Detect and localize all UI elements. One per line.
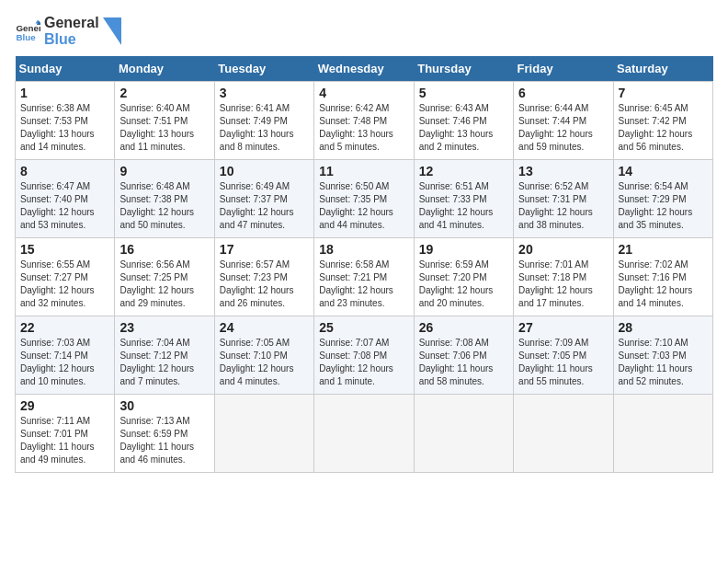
weekday-header-monday: Monday [115, 56, 214, 82]
calendar-day-cell [613, 395, 712, 473]
calendar-day-cell: 9 Sunrise: 6:48 AMSunset: 7:38 PMDayligh… [115, 160, 214, 238]
weekday-header-row: SundayMondayTuesdayWednesdayThursdayFrid… [16, 56, 713, 82]
calendar-body: 1 Sunrise: 6:38 AMSunset: 7:53 PMDayligh… [16, 82, 713, 473]
day-info: Sunrise: 7:02 AMSunset: 7:16 PMDaylight:… [619, 259, 693, 308]
svg-text:Blue: Blue [16, 31, 36, 41]
day-info: Sunrise: 7:13 AMSunset: 6:59 PMDaylight:… [119, 416, 194, 465]
calendar-day-cell: 11 Sunrise: 6:50 AMSunset: 7:35 PMDaylig… [314, 160, 414, 238]
day-info: Sunrise: 6:45 AMSunset: 7:42 PMDaylight:… [619, 103, 693, 152]
calendar-day-cell: 6 Sunrise: 6:44 AMSunset: 7:44 PMDayligh… [514, 82, 613, 160]
calendar-day-cell [214, 395, 313, 473]
day-number: 17 [220, 242, 309, 257]
day-number: 9 [119, 164, 209, 178]
day-number: 6 [518, 86, 608, 100]
day-number: 1 [20, 86, 109, 100]
calendar-day-cell: 17 Sunrise: 6:57 AMSunset: 7:23 PMDaylig… [214, 238, 313, 316]
page-header: General Blue General Blue [15, 15, 713, 47]
calendar-day-cell: 24 Sunrise: 7:05 AMSunset: 7:10 PMDaylig… [214, 316, 313, 395]
day-info: Sunrise: 6:55 AMSunset: 7:27 PMDaylight:… [20, 259, 95, 308]
day-number: 7 [619, 86, 708, 100]
logo-icon: General Blue [15, 18, 40, 44]
logo-general: General [44, 15, 99, 31]
calendar-day-cell: 21 Sunrise: 7:02 AMSunset: 7:16 PMDaylig… [613, 238, 712, 316]
calendar-day-cell: 25 Sunrise: 7:07 AMSunset: 7:08 PMDaylig… [314, 316, 414, 395]
logo-blue: Blue [44, 31, 99, 48]
logo-arrow-icon [103, 17, 121, 45]
day-number: 14 [619, 164, 708, 178]
logo: General Blue General Blue [15, 15, 121, 47]
day-number: 26 [419, 320, 508, 335]
day-info: Sunrise: 6:43 AMSunset: 7:46 PMDaylight:… [419, 103, 494, 152]
calendar-day-cell: 27 Sunrise: 7:09 AMSunset: 7:05 PMDaylig… [514, 316, 613, 395]
calendar-day-cell [514, 395, 613, 473]
day-info: Sunrise: 7:04 AMSunset: 7:12 PMDaylight:… [119, 338, 194, 386]
day-info: Sunrise: 6:48 AMSunset: 7:38 PMDaylight:… [119, 181, 194, 230]
day-info: Sunrise: 6:59 AMSunset: 7:20 PMDaylight:… [419, 259, 494, 308]
calendar-week-row: 15 Sunrise: 6:55 AMSunset: 7:27 PMDaylig… [16, 238, 713, 316]
day-info: Sunrise: 6:42 AMSunset: 7:48 PMDaylight:… [319, 103, 393, 152]
day-number: 25 [319, 320, 408, 335]
calendar-day-cell: 15 Sunrise: 6:55 AMSunset: 7:27 PMDaylig… [16, 238, 115, 316]
day-info: Sunrise: 6:49 AMSunset: 7:37 PMDaylight:… [220, 181, 294, 230]
day-info: Sunrise: 7:01 AMSunset: 7:18 PMDaylight:… [518, 259, 593, 308]
day-info: Sunrise: 7:08 AMSunset: 7:06 PMDaylight:… [419, 338, 494, 386]
calendar-day-cell: 2 Sunrise: 6:40 AMSunset: 7:51 PMDayligh… [115, 82, 214, 160]
day-number: 10 [220, 164, 309, 178]
day-number: 23 [119, 320, 209, 335]
calendar-day-cell: 29 Sunrise: 7:11 AMSunset: 7:01 PMDaylig… [16, 395, 115, 473]
day-info: Sunrise: 7:05 AMSunset: 7:10 PMDaylight:… [220, 338, 294, 386]
day-number: 16 [119, 242, 209, 257]
day-number: 12 [419, 164, 508, 178]
day-number: 28 [619, 320, 708, 335]
day-number: 19 [419, 242, 508, 257]
calendar-day-cell: 4 Sunrise: 6:42 AMSunset: 7:48 PMDayligh… [314, 82, 414, 160]
day-info: Sunrise: 6:50 AMSunset: 7:35 PMDaylight:… [319, 181, 393, 230]
calendar-day-cell: 28 Sunrise: 7:10 AMSunset: 7:03 PMDaylig… [613, 316, 712, 395]
day-info: Sunrise: 6:56 AMSunset: 7:25 PMDaylight:… [119, 259, 194, 308]
day-info: Sunrise: 6:58 AMSunset: 7:21 PMDaylight:… [319, 259, 393, 308]
calendar-day-cell: 16 Sunrise: 6:56 AMSunset: 7:25 PMDaylig… [115, 238, 214, 316]
day-number: 8 [20, 164, 109, 178]
calendar-day-cell: 22 Sunrise: 7:03 AMSunset: 7:14 PMDaylig… [16, 316, 115, 395]
calendar-day-cell: 30 Sunrise: 7:13 AMSunset: 6:59 PMDaylig… [115, 395, 214, 473]
day-info: Sunrise: 7:09 AMSunset: 7:05 PMDaylight:… [518, 338, 593, 386]
day-info: Sunrise: 7:10 AMSunset: 7:03 PMDaylight:… [619, 338, 693, 386]
svg-marker-4 [103, 17, 121, 45]
day-number: 27 [518, 320, 608, 335]
calendar-day-cell: 14 Sunrise: 6:54 AMSunset: 7:29 PMDaylig… [613, 160, 712, 238]
day-number: 5 [419, 86, 508, 100]
day-number: 3 [220, 86, 309, 100]
day-number: 21 [619, 242, 708, 257]
day-info: Sunrise: 6:54 AMSunset: 7:29 PMDaylight:… [619, 181, 693, 230]
calendar-day-cell: 26 Sunrise: 7:08 AMSunset: 7:06 PMDaylig… [414, 316, 513, 395]
calendar-day-cell [314, 395, 414, 473]
day-info: Sunrise: 6:40 AMSunset: 7:51 PMDaylight:… [119, 103, 194, 152]
weekday-header-wednesday: Wednesday [314, 56, 414, 82]
day-info: Sunrise: 6:57 AMSunset: 7:23 PMDaylight:… [220, 259, 294, 308]
calendar-day-cell: 3 Sunrise: 6:41 AMSunset: 7:49 PMDayligh… [214, 82, 313, 160]
weekday-header-friday: Friday [514, 56, 613, 82]
day-number: 22 [20, 320, 109, 335]
calendar-day-cell [414, 395, 513, 473]
day-number: 15 [20, 242, 109, 257]
weekday-header-tuesday: Tuesday [214, 56, 313, 82]
day-number: 2 [119, 86, 209, 100]
calendar-day-cell: 5 Sunrise: 6:43 AMSunset: 7:46 PMDayligh… [414, 82, 513, 160]
day-info: Sunrise: 7:11 AMSunset: 7:01 PMDaylight:… [20, 416, 95, 465]
calendar-day-cell: 23 Sunrise: 7:04 AMSunset: 7:12 PMDaylig… [115, 316, 214, 395]
calendar-day-cell: 1 Sunrise: 6:38 AMSunset: 7:53 PMDayligh… [16, 82, 115, 160]
calendar-week-row: 29 Sunrise: 7:11 AMSunset: 7:01 PMDaylig… [16, 395, 713, 473]
day-info: Sunrise: 6:44 AMSunset: 7:44 PMDaylight:… [518, 103, 593, 152]
calendar-day-cell: 10 Sunrise: 6:49 AMSunset: 7:37 PMDaylig… [214, 160, 313, 238]
day-info: Sunrise: 6:51 AMSunset: 7:33 PMDaylight:… [419, 181, 494, 230]
day-info: Sunrise: 6:41 AMSunset: 7:49 PMDaylight:… [220, 103, 294, 152]
day-info: Sunrise: 7:03 AMSunset: 7:14 PMDaylight:… [20, 338, 95, 386]
day-number: 18 [319, 242, 408, 257]
day-number: 24 [220, 320, 309, 335]
day-info: Sunrise: 6:47 AMSunset: 7:40 PMDaylight:… [20, 181, 95, 230]
calendar-day-cell: 8 Sunrise: 6:47 AMSunset: 7:40 PMDayligh… [16, 160, 115, 238]
weekday-header-sunday: Sunday [16, 56, 115, 82]
day-info: Sunrise: 6:38 AMSunset: 7:53 PMDaylight:… [20, 103, 95, 152]
calendar-day-cell: 20 Sunrise: 7:01 AMSunset: 7:18 PMDaylig… [514, 238, 613, 316]
day-number: 29 [20, 398, 109, 413]
